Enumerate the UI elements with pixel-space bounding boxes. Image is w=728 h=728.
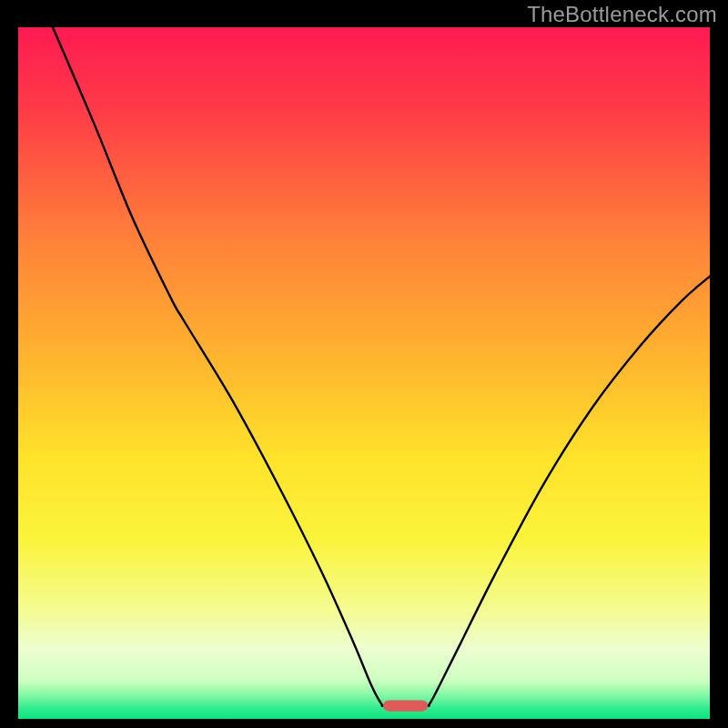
plot-area: [18, 27, 710, 719]
min-marker: [383, 700, 428, 711]
chart-svg: [18, 27, 710, 719]
chart-frame: TheBottleneck.com: [0, 0, 728, 728]
watermark-text: TheBottleneck.com: [527, 2, 717, 27]
gradient-background: [18, 27, 710, 719]
